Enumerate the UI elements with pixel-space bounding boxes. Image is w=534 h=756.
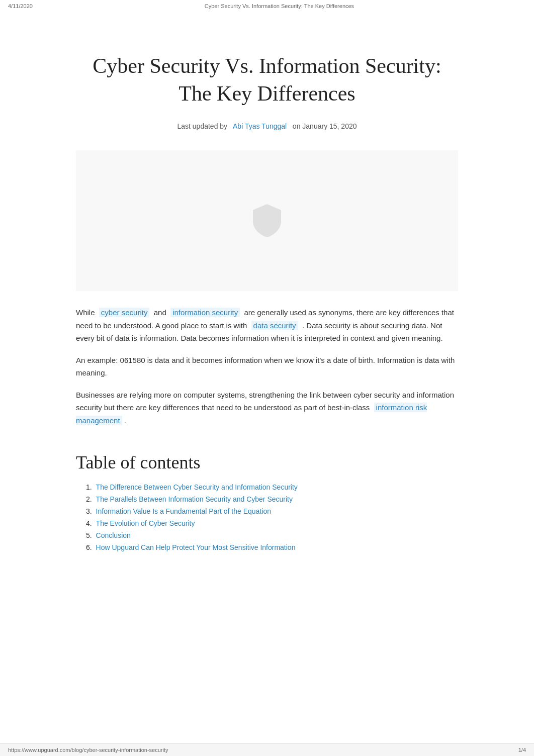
article-body: While cyber security and information sec… [76,306,458,427]
bottom-page-number: 1/4 [518,747,526,753]
data-security-link[interactable]: data security [251,321,298,330]
article-meta: Last updated by Abi Tyas Tunggal on Janu… [76,122,458,130]
toc-item-link[interactable]: The Evolution of Cyber Security [96,519,195,527]
page-wrapper: Cyber Security Vs. Information Security:… [66,12,468,617]
hero-image [76,150,458,291]
toc-section: Table of contents 1. The Difference Betw… [76,452,458,551]
p1-text-2: and [154,308,166,317]
cyber-security-link[interactable]: cyber security [99,308,150,317]
toc-item-link[interactable]: Information Value Is a Fundamental Part … [96,507,271,515]
p3-text-2: . [124,416,126,425]
toc-item: 1. The Difference Between Cyber Security… [86,483,458,491]
toc-item: 2. The Parallels Between Information Sec… [86,495,458,503]
meta-prefix: Last updated by [177,122,227,130]
hero-shield-icon [252,203,282,238]
toc-item: 3. Information Value Is a Fundamental Pa… [86,507,458,515]
meta-suffix: on January 15, 2020 [293,122,357,130]
toc-item: 5. Conclusion [86,531,458,539]
toc-item-number: 4. [86,519,94,527]
toc-item-number: 3. [86,507,94,515]
browser-page-title: Cyber Security Vs. Information Security:… [205,3,354,9]
article-title: Cyber Security Vs. Information Security:… [76,52,458,107]
browser-date: 4/11/2020 [8,3,33,9]
toc-list: 1. The Difference Between Cyber Security… [76,483,458,551]
paragraph-1: While cyber security and information sec… [76,306,458,345]
bottom-bar: https://www.upguard.com/blog/cyber-secur… [0,743,534,756]
information-security-link[interactable]: information security [170,308,240,317]
author-link[interactable]: Abi Tyas Tunggal [233,122,287,130]
toc-item-link[interactable]: The Difference Between Cyber Security an… [96,483,298,491]
toc-title: Table of contents [76,452,458,473]
toc-item-link[interactable]: How Upguard Can Help Protect Your Most S… [96,543,296,551]
paragraph-2: An example: 061580 is data and it become… [76,354,458,380]
toc-item-number: 6. [86,543,94,551]
toc-item-number: 5. [86,531,94,539]
paragraph-3: Businesses are relying more on computer … [76,389,458,427]
toc-item-number: 2. [86,495,94,503]
toc-item: 6. How Upguard Can Help Protect Your Mos… [86,543,458,551]
toc-item-link[interactable]: The Parallels Between Information Securi… [96,495,293,503]
toc-item-number: 1. [86,483,94,491]
toc-item-link[interactable]: Conclusion [96,531,131,539]
toc-item: 4. The Evolution of Cyber Security [86,519,458,527]
browser-bar: 4/11/2020 Cyber Security Vs. Information… [0,0,534,12]
bottom-url: https://www.upguard.com/blog/cyber-secur… [8,747,168,753]
p1-text-1: While [76,308,95,317]
